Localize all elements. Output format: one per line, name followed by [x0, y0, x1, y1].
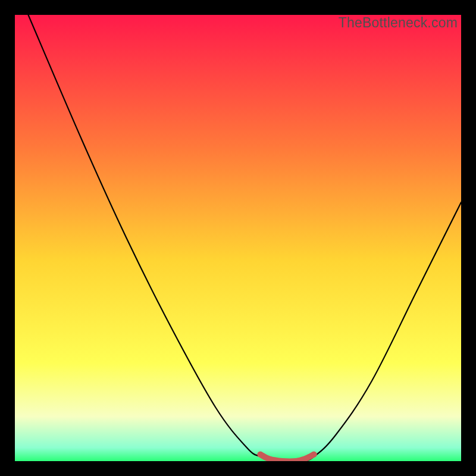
- highlight-end-marker: [311, 452, 317, 458]
- bottleneck-curve: [15, 15, 461, 461]
- highlight-segment: [261, 455, 314, 461]
- highlight-start-marker: [258, 452, 264, 458]
- chart-frame: TheBottleneck.com: [0, 0, 476, 476]
- curve-path: [29, 15, 462, 461]
- plot-area: TheBottleneck.com: [15, 15, 461, 461]
